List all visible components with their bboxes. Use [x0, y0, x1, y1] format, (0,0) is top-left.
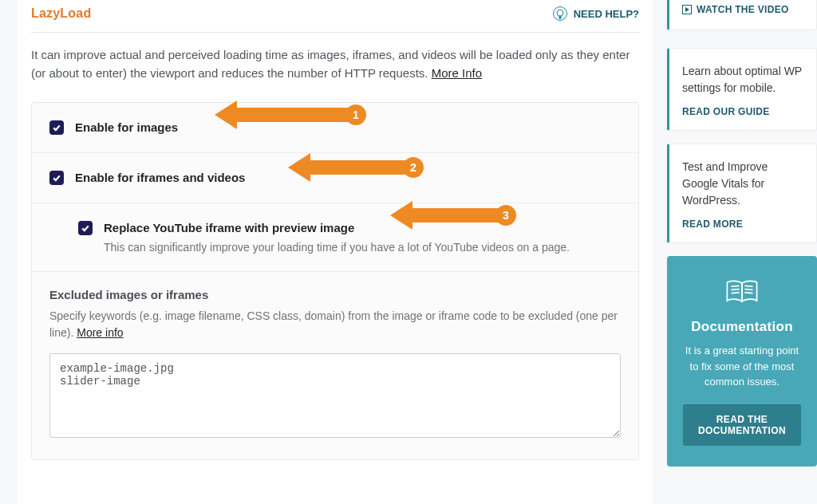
main-content: LazyLoad NEED HELP? It can improve actua…: [16, 0, 654, 504]
svg-line-5: [744, 293, 752, 293]
read-guide-link[interactable]: READ OUR GUIDE: [682, 106, 770, 117]
check-icon: [52, 173, 61, 183]
svg-line-4: [744, 289, 752, 290]
excluded-title: Excluded images or iframes: [49, 288, 621, 301]
section-header: LazyLoad NEED HELP?: [31, 0, 639, 33]
doc-text: It is a great starting point to fix some…: [683, 343, 801, 390]
need-help-link[interactable]: NEED HELP?: [553, 6, 639, 21]
sidebar-vitals-text: Test and Improve Google Vitals for WordP…: [682, 159, 803, 209]
sidebar-card-guide: Learn about optimal WP settings for mobi…: [667, 48, 817, 131]
play-icon: [682, 5, 692, 14]
svg-line-3: [744, 285, 752, 286]
svg-line-0: [731, 285, 739, 286]
setting-enable-images: Enable for images: [32, 103, 638, 152]
label-replace-youtube[interactable]: Replace YouTube iframe with preview imag…: [104, 221, 354, 234]
more-info-link[interactable]: More Info: [432, 66, 482, 80]
sidebar-card-vitals: Test and Improve Google Vitals for WordP…: [667, 144, 817, 243]
read-documentation-button[interactable]: READ THE DOCUMENTATION: [683, 404, 801, 446]
check-icon: [52, 123, 61, 132]
sidebar-guide-text: Learn about optimal WP settings for mobi…: [682, 63, 803, 96]
watch-video-link[interactable]: WATCH THE VIDEO: [682, 4, 789, 15]
excluded-textarea[interactable]: [49, 353, 621, 438]
help-icon: [553, 6, 567, 21]
check-icon: [81, 223, 90, 233]
excluded-more-info-link[interactable]: More info: [77, 326, 123, 339]
need-help-label: NEED HELP?: [574, 8, 639, 20]
excluded-desc: Specify keywords (e.g. image filename, C…: [49, 308, 621, 342]
sidebar-card-video: WATCH THE VIDEO: [667, 0, 817, 30]
sidebar-doc-card: Documentation It is a great starting poi…: [667, 256, 817, 467]
svg-line-2: [731, 293, 739, 293]
book-icon: [724, 278, 760, 305]
desc-replace-youtube: This can significantly improve your load…: [104, 241, 570, 254]
section-title: LazyLoad: [31, 6, 91, 21]
checkbox-replace-youtube[interactable]: [78, 221, 93, 235]
settings-box: Enable for images Enable for iframes and…: [31, 102, 639, 460]
section-intro: It can improve actual and perceived load…: [31, 33, 639, 102]
setting-replace-youtube: Replace YouTube iframe with preview imag…: [32, 203, 638, 271]
read-more-link[interactable]: READ MORE: [682, 219, 743, 230]
sidebar: WATCH THE VIDEO Learn about optimal WP s…: [667, 0, 817, 504]
svg-line-1: [731, 289, 739, 290]
doc-title: Documentation: [683, 319, 801, 335]
checkbox-enable-images[interactable]: [49, 120, 64, 135]
label-enable-iframes[interactable]: Enable for iframes and videos: [75, 171, 245, 184]
setting-enable-iframes: Enable for iframes and videos: [32, 152, 638, 203]
label-enable-images[interactable]: Enable for images: [75, 120, 178, 134]
excluded-block: Excluded images or iframes Specify keywo…: [32, 271, 638, 459]
checkbox-enable-iframes[interactable]: [49, 171, 64, 185]
